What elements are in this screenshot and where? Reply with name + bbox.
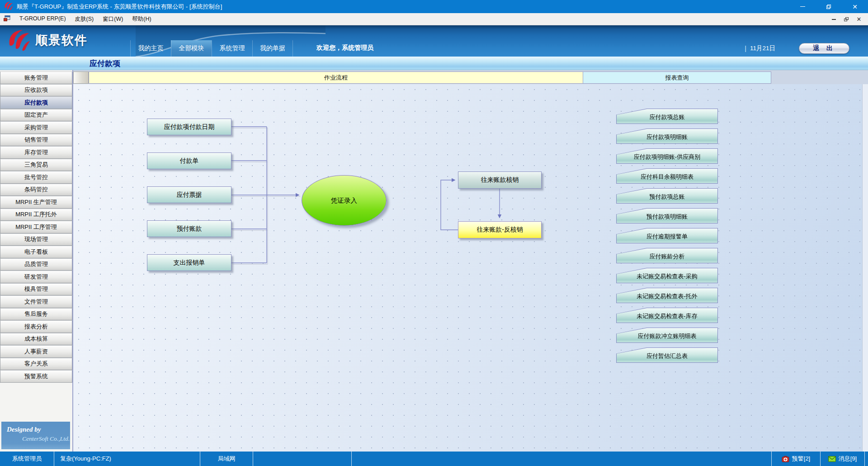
voucher-entry-node[interactable]: 凭证录入 (302, 175, 387, 226)
header-nav-tab[interactable]: 全部模块 (171, 40, 212, 57)
tab-workflow[interactable]: 作业流程 (89, 71, 583, 84)
menu-item[interactable]: 皮肤(S) (71, 14, 99, 25)
flow-source-box[interactable]: 预付账款 (147, 220, 231, 237)
report-button-face: 未记账交易检查表-托外 (617, 288, 717, 303)
sidebar-item[interactable]: 电子看板 (0, 246, 72, 258)
sidebar-item[interactable]: 批号管控 (0, 171, 72, 184)
sidebar-item[interactable]: 现场管理 (0, 233, 72, 246)
statusbar-spacer (352, 452, 772, 466)
sidebar-item[interactable]: MRPII 工序管理 (0, 221, 72, 233)
menu-items: T-GROUP ERP(E)皮肤(S)窗口(W)帮助(H) (15, 14, 156, 25)
mdi-minimize-icon[interactable] (827, 13, 840, 25)
flow-source-box[interactable]: 付款单 (147, 152, 231, 169)
report-button-face: 应付暂估汇总表 (617, 348, 717, 362)
flow-source-box[interactable]: 支出报销单 (147, 254, 231, 271)
statusbar-alerts[interactable]: 预警[2] (772, 452, 821, 466)
module-sidebar: 账务管理应收款项应付款项固定资产采购管理销售管理库存管理三角贸易批号管控条码管控… (0, 70, 73, 452)
close-icon[interactable]: ✕ (842, 0, 868, 13)
report-button-face: 应付账款冲立账明细表 (617, 328, 717, 342)
sidebar-item[interactable]: 研发管理 (0, 271, 72, 283)
report-button[interactable]: 应付暂估汇总表 (616, 347, 718, 363)
statusbar-tail (865, 452, 868, 466)
sidebar-item[interactable]: 三角贸易 (0, 159, 72, 171)
statusbar-alerts-label: 预警[2] (792, 455, 810, 463)
menu-item[interactable]: T-GROUP ERP(E) (15, 14, 71, 25)
sidebar-item[interactable]: 库存管理 (0, 146, 72, 159)
sidebar-item[interactable]: 人事薪资 (0, 345, 72, 358)
window-controls: ✕ (789, 0, 868, 13)
mdi-close-icon[interactable]: ✕ (853, 13, 865, 25)
sidebar-item[interactable]: 采购管理 (0, 121, 72, 134)
sidebar-item[interactable]: 品质管理 (0, 258, 72, 271)
sidebar-item[interactable]: 固定资产 (0, 109, 72, 122)
sidebar-item[interactable]: 预警系统 (0, 370, 72, 383)
reverse-verify-node[interactable]: 往来账款-反核销 (458, 221, 542, 238)
minimize-icon[interactable] (789, 0, 816, 13)
report-button[interactable]: 应付账龄分析 (616, 248, 718, 263)
menu-item[interactable]: 帮助(H) (127, 14, 156, 25)
statusbar-messages[interactable]: 消息[9] (821, 452, 865, 466)
designed-by-panel: Designed by CenterSoft Co.,Ltd. (1, 422, 70, 449)
company-text: CenterSoft Co.,Ltd. (22, 435, 70, 442)
brand-logo: 顺景软件 (7, 29, 88, 52)
report-button[interactable]: 应付款项总账 (616, 109, 718, 124)
report-button-label: 应付款项总账 (650, 111, 685, 121)
sidebar-item[interactable]: MRPII 生产管理 (0, 196, 72, 209)
sidebar-item[interactable]: 报表分析 (0, 320, 72, 333)
sidebar-item[interactable]: 应收款项 (0, 84, 72, 97)
date-text: 11月21日 (750, 44, 775, 52)
sidebar-items: 账务管理应收款项应付款项固定资产采购管理销售管理库存管理三角贸易批号管控条码管控… (0, 71, 72, 383)
report-button[interactable]: 应付逾期报警单 (616, 228, 718, 243)
report-button[interactable]: 未记账交易检查表-托外 (616, 288, 718, 303)
sidebar-item[interactable]: 文件管理 (0, 295, 72, 308)
sidebar-item[interactable]: 成本核算 (0, 333, 72, 346)
canvas-right-scrollbar[interactable] (862, 84, 868, 452)
header-nav-tab[interactable]: 我的单据 (252, 40, 293, 57)
menubar: T-GROUP ERP(E)皮肤(S)窗口(W)帮助(H) ✕ (0, 13, 868, 25)
sidebar-item[interactable]: 售后服务 (0, 308, 72, 321)
report-button-label: 应付账龄分析 (650, 251, 685, 261)
report-button[interactable]: 未记账交易检查表-库存 (616, 308, 718, 323)
report-button[interactable]: 预付款项总账 (616, 188, 718, 204)
verify-node[interactable]: 往来账款核销 (458, 171, 542, 189)
app-logo-icon (4, 1, 13, 12)
flow-source-box[interactable]: 应付款项付款日期 (147, 119, 231, 135)
report-button-label: 未记账交易检查表-库存 (637, 310, 697, 320)
flow-source-box[interactable]: 应付票据 (147, 186, 231, 203)
window-title: 顺景『T-GROUP』制造业ERP系统 - 东莞顺景软件科技有限公司 - [系统… (17, 3, 222, 11)
statusbar-workstation: 复杂(Young-PC:FZ) (54, 452, 200, 466)
mdi-restore-icon[interactable] (840, 13, 853, 25)
report-button[interactable]: 预付款项明细账 (616, 208, 718, 223)
header-nav-tab[interactable]: 系统管理 (212, 40, 252, 57)
sidebar-item[interactable]: 应付款项 (0, 96, 72, 109)
tab-report-query[interactable]: 报表查询 (583, 71, 771, 84)
report-button-face: 应付款项明细账-供应商别 (617, 149, 717, 163)
sidebar-item[interactable]: 客户关系 (0, 358, 72, 371)
report-button-label: 预付款项总账 (650, 191, 685, 201)
titlebar: 顺景『T-GROUP』制造业ERP系统 - 东莞顺景软件科技有限公司 - [系统… (0, 0, 868, 13)
report-button[interactable]: 应付款项明细账 (616, 128, 718, 144)
content-area: 作业流程 报表查询 (73, 70, 868, 452)
sidebar-item[interactable]: MRPII 工序托外 (0, 209, 72, 221)
report-button-face: 应付款项明细账 (617, 129, 717, 143)
report-button-label: 应付款项明细账-供应商别 (634, 151, 700, 161)
sidebar-item[interactable]: 条码管控 (0, 184, 72, 196)
report-button[interactable]: 应付款项明细账-供应商别 (616, 148, 718, 164)
statusbar-network: 局域网 (200, 452, 253, 466)
report-button[interactable]: 应付科目余额明细表 (616, 168, 718, 184)
splitter-handle[interactable] (73, 71, 89, 84)
app-window: 顺景『T-GROUP』制造业ERP系统 - 东莞顺景软件科技有限公司 - [系统… (0, 0, 868, 466)
module-title-bar: 应付款项 (0, 57, 868, 70)
sidebar-item[interactable]: 销售管理 (0, 134, 72, 147)
report-button[interactable]: 未记账交易检查表-采购 (616, 268, 718, 283)
sidebar-item[interactable]: 账务管理 (0, 71, 72, 84)
module-title: 应付款项 (90, 58, 120, 69)
statusbar: 系统管理员 复杂(Young-PC:FZ) 局域网 预警[2] 消息[9] (0, 452, 868, 466)
exit-button[interactable]: 退 出 (799, 43, 849, 54)
report-button-face: 应付逾期报警单 (617, 228, 717, 243)
report-button[interactable]: 应付账款冲立账明细表 (616, 328, 718, 343)
header-nav-tab[interactable]: 我的主页 (130, 40, 171, 57)
restore-icon[interactable] (816, 0, 842, 13)
sidebar-item[interactable]: 模具管理 (0, 283, 72, 296)
menu-item[interactable]: 窗口(W) (98, 14, 127, 25)
